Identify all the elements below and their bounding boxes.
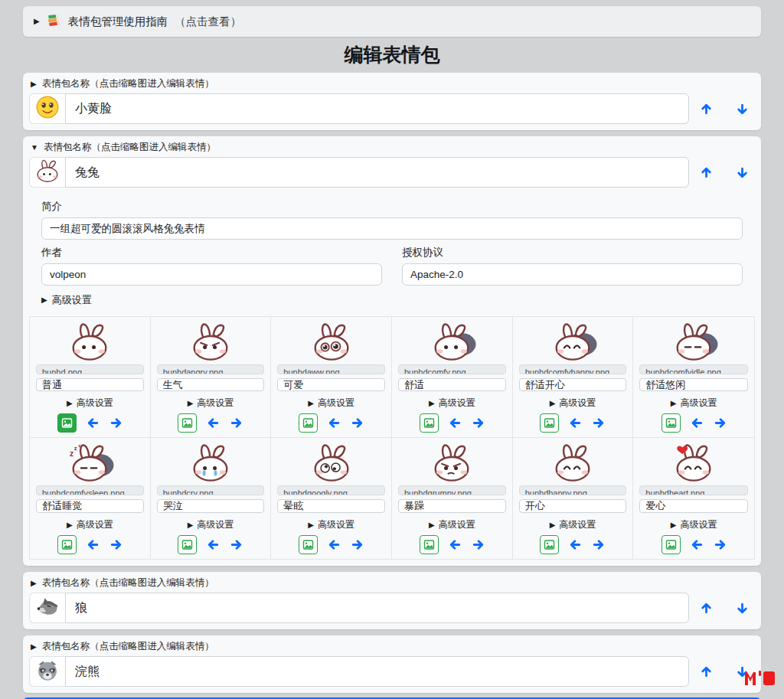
emote-advanced-toggle[interactable]: ▶ 高级设置: [671, 397, 717, 410]
emote-image[interactable]: zzz: [36, 443, 144, 482]
emote-advanced-toggle[interactable]: ▶ 高级设置: [429, 518, 475, 531]
emote-name-input[interactable]: [36, 378, 144, 391]
emote-image[interactable]: [639, 322, 748, 361]
emote-image-button[interactable]: [420, 413, 439, 433]
pack-thumbnail[interactable]: [29, 656, 65, 687]
emote-image[interactable]: [36, 322, 144, 361]
move-emote-right-button[interactable]: [472, 538, 485, 551]
emote-advanced-toggle[interactable]: ▶ 高级设置: [188, 397, 234, 410]
emote-name-input[interactable]: [157, 378, 265, 391]
move-emote-right-button[interactable]: [592, 416, 605, 430]
move-emote-right-button[interactable]: [714, 416, 727, 430]
move-emote-right-button[interactable]: [592, 538, 605, 551]
emote-image[interactable]: [398, 322, 506, 361]
emote-image[interactable]: [277, 443, 385, 482]
move-emote-left-button[interactable]: [87, 416, 100, 430]
emote-image[interactable]: [277, 322, 385, 361]
emote-name-input[interactable]: [519, 499, 627, 513]
emote-image[interactable]: [519, 322, 627, 361]
emote-image-button[interactable]: [178, 535, 197, 554]
emote-image[interactable]: [398, 443, 506, 482]
emote-advanced-toggle[interactable]: ▶ 高级设置: [67, 397, 113, 410]
move-emote-left-button[interactable]: [449, 416, 462, 430]
move-pack-up-button[interactable]: [700, 602, 713, 615]
move-emote-left-button[interactable]: [328, 416, 341, 430]
emote-name-input[interactable]: [398, 378, 506, 391]
emote-name-input[interactable]: [36, 499, 144, 513]
emote-advanced-toggle[interactable]: ▶ 高级设置: [550, 397, 596, 410]
pack-header-toggle[interactable]: ▶ 表情包名称（点击缩略图进入编辑表情）: [29, 638, 755, 656]
guide-banner[interactable]: ▶ 表情包管理使用指南 （点击查看）: [23, 6, 761, 37]
emote-image[interactable]: [519, 443, 627, 482]
advanced-label: 高级设置: [439, 397, 475, 410]
emote-image[interactable]: [639, 443, 748, 482]
author-label: 作者: [41, 246, 382, 260]
pack-name-input[interactable]: [65, 93, 689, 124]
move-emote-left-button[interactable]: [328, 538, 341, 551]
intro-input[interactable]: [41, 217, 743, 240]
emote-image-button[interactable]: [299, 413, 318, 433]
emote-advanced-toggle[interactable]: ▶ 高级设置: [429, 397, 475, 410]
emote-advanced-toggle[interactable]: ▶ 高级设置: [67, 518, 113, 531]
move-emote-left-button[interactable]: [569, 416, 582, 430]
pack-thumbnail[interactable]: [29, 157, 65, 188]
move-pack-down-button[interactable]: [736, 103, 749, 116]
move-pack-down-button[interactable]: [736, 602, 749, 615]
author-input[interactable]: [41, 263, 382, 286]
emote-name-input[interactable]: [398, 499, 506, 513]
move-emote-left-button[interactable]: [569, 538, 582, 551]
emote-advanced-toggle[interactable]: ▶ 高级设置: [308, 518, 354, 531]
move-emote-right-button[interactable]: [351, 416, 364, 430]
emote-name-input[interactable]: [277, 378, 385, 391]
move-emote-left-button[interactable]: [207, 416, 220, 430]
move-emote-right-button[interactable]: [472, 416, 485, 430]
emote-advanced-toggle[interactable]: ▶ 高级设置: [188, 518, 234, 531]
emote-image[interactable]: [157, 322, 265, 361]
emote-name-input[interactable]: [519, 378, 627, 391]
arrow-up-icon: [700, 602, 713, 615]
move-pack-up-button[interactable]: [700, 103, 713, 116]
emote-name-input[interactable]: [277, 499, 385, 513]
move-emote-left-button[interactable]: [449, 538, 462, 551]
move-emote-left-button[interactable]: [691, 416, 704, 430]
pack-thumbnail[interactable]: [29, 93, 65, 124]
move-emote-right-button[interactable]: [109, 538, 122, 551]
pack-header-toggle[interactable]: ▶ 表情包名称（点击缩略图进入编辑表情）: [29, 574, 755, 593]
pack-thumbnail[interactable]: [29, 593, 65, 623]
pack-name-input[interactable]: [65, 656, 689, 687]
emote-image-button[interactable]: [178, 413, 197, 433]
emote-image-button[interactable]: [57, 413, 77, 433]
move-pack-up-button[interactable]: [700, 665, 713, 678]
move-emote-right-button[interactable]: [109, 416, 122, 430]
move-emote-right-button[interactable]: [351, 538, 364, 551]
emote-advanced-toggle[interactable]: ▶ 高级设置: [308, 397, 354, 410]
emote-image-button[interactable]: [662, 535, 681, 554]
move-emote-right-button[interactable]: [714, 538, 727, 551]
emote-name-input[interactable]: [639, 499, 748, 513]
emote-image-button[interactable]: [299, 535, 318, 554]
emote-image-button[interactable]: [662, 413, 681, 433]
pack-name-input[interactable]: [65, 593, 689, 623]
pack-header-toggle[interactable]: ▶ 表情包名称（点击缩略图进入编辑表情）: [29, 75, 755, 93]
emote-image-button[interactable]: [540, 535, 559, 554]
emote-image[interactable]: [157, 443, 265, 482]
move-emote-right-button[interactable]: [230, 416, 243, 430]
pack-name-input[interactable]: [65, 157, 689, 188]
emote-name-input[interactable]: [157, 499, 265, 513]
emote-name-input[interactable]: [639, 378, 748, 391]
move-emote-left-button[interactable]: [207, 538, 220, 551]
pack-header-toggle[interactable]: ▼ 表情包名称（点击缩略图进入编辑表情）: [29, 139, 755, 157]
move-pack-up-button[interactable]: [700, 166, 713, 179]
emote-image-button[interactable]: [420, 535, 439, 554]
move-emote-left-button[interactable]: [691, 538, 704, 551]
move-emote-right-button[interactable]: [230, 538, 243, 551]
emote-filename: bunhdgrumpy.png: [398, 485, 506, 495]
emote-advanced-toggle[interactable]: ▶ 高级设置: [671, 518, 717, 531]
pack-advanced-toggle[interactable]: ▶ 高级设置: [41, 293, 743, 307]
license-input[interactable]: [402, 263, 743, 286]
emote-image-button[interactable]: [540, 413, 559, 433]
move-pack-down-button[interactable]: [736, 166, 749, 179]
emote-image-button[interactable]: [57, 535, 77, 554]
move-emote-left-button[interactable]: [87, 538, 100, 551]
emote-advanced-toggle[interactable]: ▶ 高级设置: [550, 518, 596, 531]
